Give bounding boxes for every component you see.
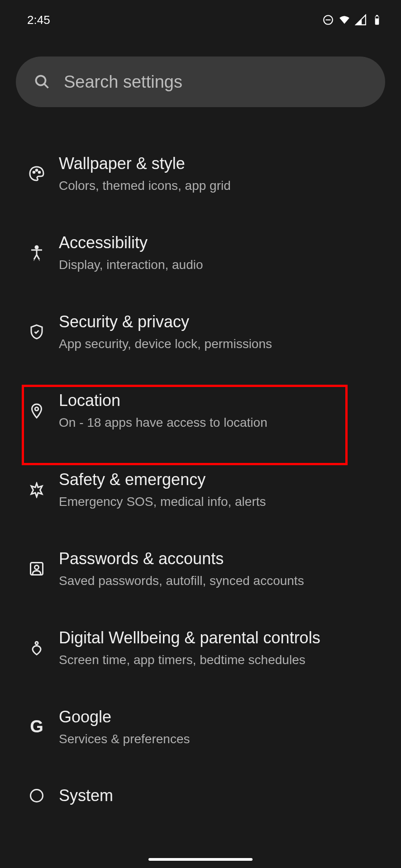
settings-item-safety[interactable]: Safety & emergency Emergency SOS, medica… [0,450,401,529]
medical-icon [14,482,59,498]
item-sub: Colors, themed icons, app grid [59,177,387,194]
settings-list: Wallpaper & style Colors, themed icons, … [0,121,401,806]
svg-rect-3 [376,15,378,16]
search-icon [34,74,50,90]
palette-icon [14,165,59,182]
svg-point-9 [38,172,40,174]
search-settings[interactable]: Search settings [16,57,385,107]
item-sub: Emergency SOS, medical info, alerts [59,493,387,510]
item-sub: Saved passwords, autofill, synced accoun… [59,572,387,590]
svg-point-5 [36,76,46,85]
account-icon [14,561,59,577]
settings-item-passwords[interactable]: Passwords & accounts Saved passwords, au… [0,529,401,609]
item-title: Safety & emergency [59,469,387,490]
nav-handle[interactable] [148,858,253,861]
settings-item-security[interactable]: Security & privacy App security, device … [0,292,401,372]
system-icon [14,788,59,804]
svg-line-6 [44,84,48,88]
item-title: System [59,785,387,806]
dnd-icon [322,14,334,26]
item-sub: Services & preferences [59,731,387,748]
settings-item-wallpaper[interactable]: Wallpaper & style Colors, themed icons, … [0,134,401,213]
item-sub: Display, interaction, audio [59,256,387,274]
settings-item-accessibility[interactable]: Accessibility Display, interaction, audi… [0,213,401,292]
location-icon [14,403,59,419]
svg-point-14 [35,642,38,645]
status-bar: 2:45 [0,0,401,32]
item-sub: Screen time, app timers, bedtime schedul… [59,651,387,669]
item-title: Wallpaper & style [59,153,387,174]
wellbeing-icon [14,640,59,656]
item-title: Digital Wellbeing & parental controls [59,627,387,648]
wifi-icon [339,14,350,26]
svg-point-11 [35,407,38,411]
settings-item-location[interactable]: Location On - 18 apps have access to loc… [0,371,401,450]
status-icons [322,14,383,26]
svg-point-15 [31,789,43,802]
svg-point-7 [33,172,35,174]
svg-point-13 [35,566,39,570]
item-sub: On - 18 apps have access to location [59,414,387,431]
svg-point-8 [36,170,38,171]
battery-icon [371,14,383,26]
settings-item-wellbeing[interactable]: Digital Wellbeing & parental controls Sc… [0,609,401,688]
signal-icon [355,14,367,26]
item-title: Google [59,707,387,727]
settings-item-system[interactable]: System [0,766,401,806]
item-title: Security & privacy [59,311,387,332]
item-sub: App security, device lock, permissions [59,335,387,353]
item-title: Accessibility [59,232,387,253]
item-title: Location [59,390,387,410]
svg-point-10 [35,246,38,249]
accessibility-icon [14,245,59,261]
shield-icon [14,324,59,340]
svg-rect-4 [376,16,379,18]
status-time: 2:45 [27,13,50,27]
search-placeholder: Search settings [64,72,182,92]
item-title: Passwords & accounts [59,548,387,569]
google-icon: G [14,717,59,736]
settings-item-google[interactable]: G Google Services & preferences [0,688,401,767]
